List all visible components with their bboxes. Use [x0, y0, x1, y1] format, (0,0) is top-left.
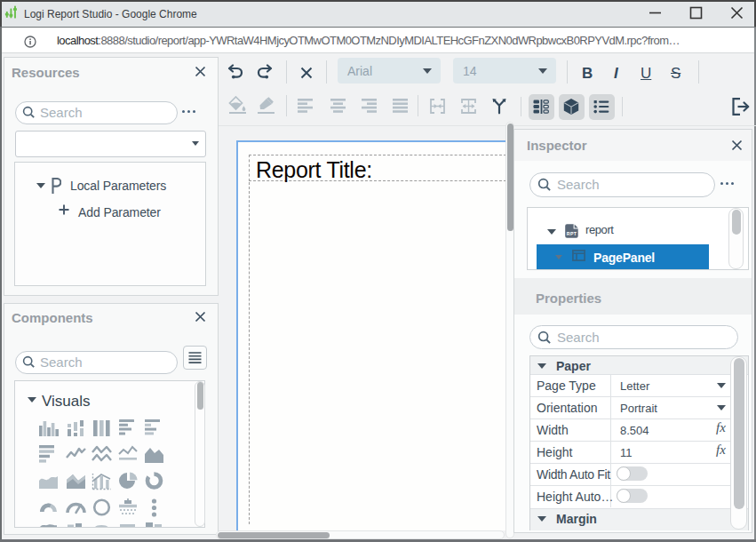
svg-text:RPT: RPT — [567, 231, 577, 236]
